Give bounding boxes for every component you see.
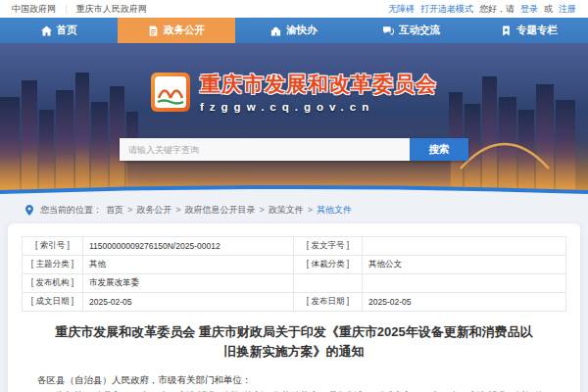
banner-bottom-curve [0, 183, 588, 196]
meta-label-doc-no: [ 发文字号 ] [294, 237, 363, 256]
nav-home-label: 首页 [57, 24, 77, 37]
nav-interaction-label: 互动交流 [399, 24, 440, 37]
nav-interaction[interactable]: 互动交流 [353, 18, 470, 43]
meta-value-doc-no [363, 237, 566, 256]
topbar-right: 无障碍 打开适老模式 您好，请 登录 或 注册 [388, 3, 576, 16]
meta-label-index-no: [ 索引号 ] [23, 237, 83, 256]
breadcrumb-separator: > [308, 205, 313, 215]
meta-label-publish-date: [ 发布日期 ] [294, 293, 363, 312]
nav-special[interactable]: 专题专栏 [470, 18, 588, 43]
meta-value-index-no: 11500000009276150N/2025-00012 [83, 237, 294, 256]
bookmark-star-icon [501, 25, 512, 36]
page: 中国政府网 ｜ 重庆市人民政府网 无障碍 打开适老模式 您好，请 登录 或 注册… [0, 0, 588, 392]
site-url: fzggw.cq.gov.cn [200, 101, 437, 113]
breadcrumb-current-other-files[interactable]: 其他文件 [317, 204, 352, 217]
meta-value-publisher: 市发展改革委 [83, 274, 294, 293]
login-link[interactable]: 登录 [520, 3, 538, 16]
meta-label-genre-class: [ 体裁分类 ] [294, 256, 363, 274]
or-text: 或 [544, 3, 553, 16]
document-body: 各区县（自治县）人民政府，市级有关部门和单位： 为加快推动我市2025年设备更新… [37, 372, 551, 392]
nav-gov-open[interactable]: 政务公开 [118, 18, 235, 43]
accessibility-link[interactable]: 无障碍 [388, 3, 415, 16]
site-title: 重庆市发展和改革委员会 [200, 71, 437, 98]
search-input[interactable] [120, 138, 410, 161]
elder-mode-link[interactable]: 打开适老模式 [420, 3, 473, 16]
table-row: [ 索引号 ] 11500000009276150N/2025-00012 [ … [23, 237, 566, 256]
nav-gov-open-label: 政务公开 [164, 24, 205, 37]
table-row: [ 发布机构 ] 市发展改革委 [23, 274, 566, 293]
brand-text: 重庆市发展和改革委员会 fzggw.cq.gov.cn [200, 71, 437, 113]
meta-label-publisher: [ 发布机构 ] [23, 274, 83, 293]
document-icon [148, 25, 159, 36]
meta-label-written-date: [ 成文日期 ] [23, 293, 83, 312]
home-icon [41, 25, 52, 36]
link-china-gov[interactable]: 中国政府网 [12, 3, 56, 16]
main-nav: 首页 政务公开 渝快办 互动交流 专题专栏 [0, 18, 588, 43]
breadcrumb-separator: > [260, 205, 265, 215]
table-row: [ 主题分类 ] 其他 [ 体裁分类 ] 其他公文 [23, 256, 566, 274]
nav-yukuaiban-label: 渝快办 [286, 24, 318, 37]
search-bar: 搜索 [120, 138, 468, 161]
breadcrumb-gov-open[interactable]: 政务公开 [136, 204, 172, 217]
top-utility-bar: 中国政府网 ｜ 重庆市人民政府网 无障碍 打开适老模式 您好，请 登录 或 注册 [0, 0, 588, 18]
breadcrumb-home[interactable]: 首页 [106, 204, 123, 217]
body-paragraph: 为加快推动我市2025年设备更新和消费品以旧换新工作落地落实，我们制定了《重庆市… [37, 388, 551, 392]
city-night-skyline-image [0, 43, 588, 196]
register-link[interactable]: 注册 [559, 3, 576, 16]
breadcrumb-separator: > [175, 205, 180, 215]
search-button[interactable]: 搜索 [410, 138, 468, 161]
document-title: 重庆市发展和改革委员会 重庆市财政局关于印发《重庆市2025年设备更新和消费品以… [53, 322, 535, 362]
link-cq-gov[interactable]: 重庆市人民政府网 [76, 3, 147, 16]
breadcrumb-prefix: 您当前的位置： [40, 204, 102, 217]
table-row: [ 成文日期 ] 2025-02-05 [ 发布日期 ] 2025-02-05 [23, 293, 566, 312]
site-brand: 重庆市发展和改革委员会 fzggw.cq.gov.cn [0, 71, 588, 113]
doc-meta-table: [ 索引号 ] 11500000009276150N/2025-00012 [ … [22, 236, 566, 312]
breadcrumb-separator: > [127, 205, 132, 215]
nav-yukuaiban[interactable]: 渝快办 [235, 18, 353, 43]
breadcrumb: 您当前的位置： 首页 > 政务公开 > 政府信息公开目录 > 政策文件 > 其他… [0, 196, 588, 223]
topbar-left: 中国政府网 ｜ 重庆市人民政府网 [12, 3, 147, 16]
nav-special-label: 专题专栏 [516, 24, 558, 37]
salutation-line: 各区县（自治县）人民政府，市级有关部门和单位： [37, 372, 551, 388]
location-pin-icon [25, 205, 33, 216]
breadcrumb-policy-files[interactable]: 政策文件 [269, 204, 304, 217]
meta-value-publish-date: 2025-02-05 [363, 293, 566, 312]
meta-label-topic-class: [ 主题分类 ] [23, 256, 83, 274]
nav-home[interactable]: 首页 [0, 18, 118, 43]
meta-value-genre-class: 其他公文 [363, 256, 566, 274]
meta-label-empty [294, 274, 363, 293]
chat-icon [383, 25, 394, 36]
building-icon [270, 25, 281, 36]
topbar-divider: ｜ [62, 3, 71, 16]
site-logo [151, 73, 190, 112]
meta-value-written-date: 2025-02-05 [83, 293, 294, 312]
banner: 重庆市发展和改革委员会 fzggw.cq.gov.cn 搜索 [0, 43, 588, 196]
breadcrumb-info-catalog[interactable]: 政府信息公开目录 [185, 204, 256, 217]
content-card: [ 索引号 ] 11500000009276150N/2025-00012 [ … [8, 223, 580, 392]
meta-value-topic-class: 其他 [83, 256, 294, 274]
meta-value-empty [363, 274, 566, 293]
greeting-text: 您好，请 [479, 3, 514, 16]
